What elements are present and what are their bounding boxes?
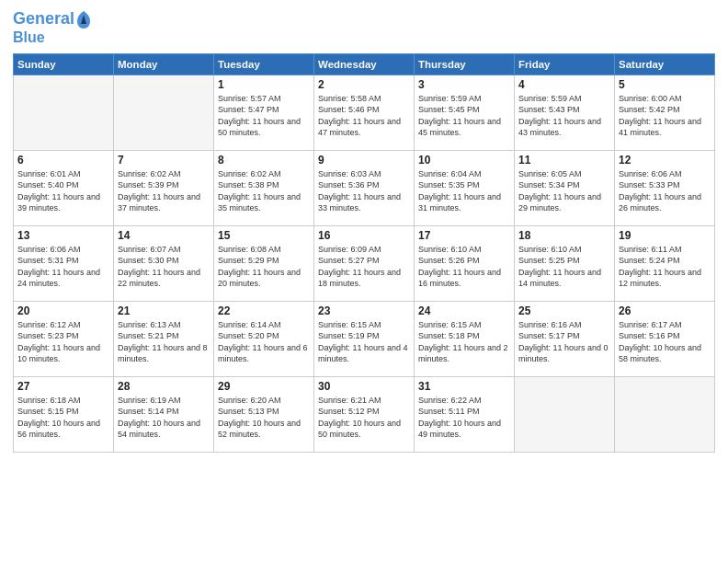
- day-number: 15: [218, 229, 310, 242]
- day-number: 30: [318, 380, 410, 393]
- day-info: Sunrise: 6:20 AM Sunset: 5:13 PM Dayligh…: [218, 395, 310, 441]
- day-number: 1: [218, 78, 310, 91]
- day-info: Sunrise: 6:02 AM Sunset: 5:39 PM Dayligh…: [118, 168, 210, 214]
- calendar-cell: [14, 75, 114, 150]
- calendar-cell: 1Sunrise: 5:57 AM Sunset: 5:47 PM Daylig…: [214, 75, 314, 150]
- day-info: Sunrise: 6:17 AM Sunset: 5:16 PM Dayligh…: [619, 319, 711, 365]
- day-info: Sunrise: 5:59 AM Sunset: 5:45 PM Dayligh…: [418, 93, 510, 139]
- page-container: General Blue SundayMondayTuesdayWednesda…: [0, 0, 728, 458]
- calendar-cell: 12Sunrise: 6:06 AM Sunset: 5:33 PM Dayli…: [615, 150, 715, 225]
- calendar-week-4: 20Sunrise: 6:12 AM Sunset: 5:23 PM Dayli…: [14, 301, 715, 376]
- calendar-cell: 2Sunrise: 5:58 AM Sunset: 5:46 PM Daylig…: [314, 75, 415, 150]
- day-info: Sunrise: 6:19 AM Sunset: 5:14 PM Dayligh…: [118, 395, 210, 441]
- day-number: 7: [118, 154, 210, 167]
- header: General Blue: [13, 9, 715, 46]
- calendar-week-2: 6Sunrise: 6:01 AM Sunset: 5:40 PM Daylig…: [14, 150, 715, 225]
- calendar-cell: 29Sunrise: 6:20 AM Sunset: 5:13 PM Dayli…: [214, 376, 314, 452]
- calendar-cell: 15Sunrise: 6:08 AM Sunset: 5:29 PM Dayli…: [214, 225, 314, 301]
- day-info: Sunrise: 6:15 AM Sunset: 5:19 PM Dayligh…: [318, 319, 410, 365]
- calendar-week-3: 13Sunrise: 6:06 AM Sunset: 5:31 PM Dayli…: [14, 225, 715, 301]
- day-number: 13: [17, 229, 109, 242]
- calendar-week-1: 1Sunrise: 5:57 AM Sunset: 5:47 PM Daylig…: [14, 75, 715, 150]
- day-number: 21: [118, 304, 210, 317]
- day-info: Sunrise: 6:16 AM Sunset: 5:17 PM Dayligh…: [518, 319, 610, 365]
- day-info: Sunrise: 6:22 AM Sunset: 5:11 PM Dayligh…: [418, 395, 510, 441]
- calendar-cell: [615, 376, 715, 452]
- calendar-cell: 31Sunrise: 6:22 AM Sunset: 5:11 PM Dayli…: [415, 376, 515, 452]
- day-info: Sunrise: 5:59 AM Sunset: 5:43 PM Dayligh…: [518, 93, 610, 139]
- calendar-cell: 3Sunrise: 5:59 AM Sunset: 5:45 PM Daylig…: [415, 75, 515, 150]
- calendar-header: SundayMondayTuesdayWednesdayThursdayFrid…: [14, 53, 715, 75]
- day-info: Sunrise: 6:14 AM Sunset: 5:20 PM Dayligh…: [218, 319, 310, 365]
- day-info: Sunrise: 6:12 AM Sunset: 5:23 PM Dayligh…: [17, 319, 109, 365]
- day-info: Sunrise: 6:05 AM Sunset: 5:34 PM Dayligh…: [518, 168, 610, 214]
- day-number: 14: [118, 229, 210, 242]
- calendar-cell: 11Sunrise: 6:05 AM Sunset: 5:34 PM Dayli…: [515, 150, 615, 225]
- day-info: Sunrise: 6:18 AM Sunset: 5:15 PM Dayligh…: [17, 395, 109, 441]
- calendar-cell: 10Sunrise: 6:04 AM Sunset: 5:35 PM Dayli…: [415, 150, 515, 225]
- day-info: Sunrise: 6:08 AM Sunset: 5:29 PM Dayligh…: [218, 244, 310, 290]
- day-info: Sunrise: 6:10 AM Sunset: 5:25 PM Dayligh…: [518, 244, 610, 290]
- day-number: 3: [418, 78, 510, 91]
- day-number: 11: [518, 154, 610, 167]
- calendar-cell: 23Sunrise: 6:15 AM Sunset: 5:19 PM Dayli…: [314, 301, 415, 376]
- day-info: Sunrise: 6:01 AM Sunset: 5:40 PM Dayligh…: [17, 168, 109, 214]
- calendar-cell: [515, 376, 615, 452]
- calendar-cell: 24Sunrise: 6:15 AM Sunset: 5:18 PM Dayli…: [415, 301, 515, 376]
- day-info: Sunrise: 6:06 AM Sunset: 5:31 PM Dayligh…: [17, 244, 109, 290]
- calendar-cell: 30Sunrise: 6:21 AM Sunset: 5:12 PM Dayli…: [314, 376, 415, 452]
- day-info: Sunrise: 6:15 AM Sunset: 5:18 PM Dayligh…: [418, 319, 510, 365]
- calendar-cell: 13Sunrise: 6:06 AM Sunset: 5:31 PM Dayli…: [14, 225, 114, 301]
- day-info: Sunrise: 6:00 AM Sunset: 5:42 PM Dayligh…: [619, 93, 711, 139]
- day-number: 4: [518, 78, 610, 91]
- weekday-header-sunday: Sunday: [14, 53, 114, 75]
- day-info: Sunrise: 6:06 AM Sunset: 5:33 PM Dayligh…: [619, 168, 711, 214]
- day-info: Sunrise: 6:13 AM Sunset: 5:21 PM Dayligh…: [118, 319, 210, 365]
- day-number: 17: [418, 229, 510, 242]
- calendar-cell: 22Sunrise: 6:14 AM Sunset: 5:20 PM Dayli…: [214, 301, 314, 376]
- calendar-cell: 5Sunrise: 6:00 AM Sunset: 5:42 PM Daylig…: [615, 75, 715, 150]
- day-info: Sunrise: 5:57 AM Sunset: 5:47 PM Dayligh…: [218, 93, 310, 139]
- weekday-header-monday: Monday: [114, 53, 214, 75]
- weekday-header-thursday: Thursday: [415, 53, 515, 75]
- logo: General Blue: [13, 9, 92, 46]
- day-number: 12: [619, 154, 711, 167]
- day-number: 28: [118, 380, 210, 393]
- calendar-cell: 8Sunrise: 6:02 AM Sunset: 5:38 PM Daylig…: [214, 150, 314, 225]
- calendar-cell: 28Sunrise: 6:19 AM Sunset: 5:14 PM Dayli…: [114, 376, 214, 452]
- day-number: 19: [619, 229, 711, 242]
- day-number: 23: [318, 304, 410, 317]
- day-info: Sunrise: 6:21 AM Sunset: 5:12 PM Dayligh…: [318, 395, 410, 441]
- calendar-cell: 17Sunrise: 6:10 AM Sunset: 5:26 PM Dayli…: [415, 225, 515, 301]
- day-number: 25: [518, 304, 610, 317]
- day-number: 16: [318, 229, 410, 242]
- calendar-cell: [114, 75, 214, 150]
- day-info: Sunrise: 6:07 AM Sunset: 5:30 PM Dayligh…: [118, 244, 210, 290]
- weekday-header-saturday: Saturday: [615, 53, 715, 75]
- day-number: 5: [619, 78, 711, 91]
- calendar-cell: 20Sunrise: 6:12 AM Sunset: 5:23 PM Dayli…: [14, 301, 114, 376]
- weekday-header-wednesday: Wednesday: [314, 53, 415, 75]
- weekday-header-friday: Friday: [515, 53, 615, 75]
- calendar-cell: 27Sunrise: 6:18 AM Sunset: 5:15 PM Dayli…: [14, 376, 114, 452]
- logo-text: General: [13, 10, 74, 29]
- calendar-cell: 6Sunrise: 6:01 AM Sunset: 5:40 PM Daylig…: [14, 150, 114, 225]
- calendar-cell: 26Sunrise: 6:17 AM Sunset: 5:16 PM Dayli…: [615, 301, 715, 376]
- calendar-cell: 18Sunrise: 6:10 AM Sunset: 5:25 PM Dayli…: [515, 225, 615, 301]
- day-info: Sunrise: 6:03 AM Sunset: 5:36 PM Dayligh…: [318, 168, 410, 214]
- day-number: 8: [218, 154, 310, 167]
- calendar-cell: 16Sunrise: 6:09 AM Sunset: 5:27 PM Dayli…: [314, 225, 415, 301]
- day-number: 6: [17, 154, 109, 167]
- day-info: Sunrise: 6:02 AM Sunset: 5:38 PM Dayligh…: [218, 168, 310, 214]
- day-info: Sunrise: 6:04 AM Sunset: 5:35 PM Dayligh…: [418, 168, 510, 214]
- calendar-cell: 14Sunrise: 6:07 AM Sunset: 5:30 PM Dayli…: [114, 225, 214, 301]
- day-info: Sunrise: 6:09 AM Sunset: 5:27 PM Dayligh…: [318, 244, 410, 290]
- day-number: 24: [418, 304, 510, 317]
- day-number: 29: [218, 380, 310, 393]
- calendar-cell: 7Sunrise: 6:02 AM Sunset: 5:39 PM Daylig…: [114, 150, 214, 225]
- day-info: Sunrise: 6:10 AM Sunset: 5:26 PM Dayligh…: [418, 244, 510, 290]
- day-number: 2: [318, 78, 410, 91]
- day-info: Sunrise: 6:11 AM Sunset: 5:24 PM Dayligh…: [619, 244, 711, 290]
- weekday-header-tuesday: Tuesday: [214, 53, 314, 75]
- calendar-cell: 4Sunrise: 5:59 AM Sunset: 5:43 PM Daylig…: [515, 75, 615, 150]
